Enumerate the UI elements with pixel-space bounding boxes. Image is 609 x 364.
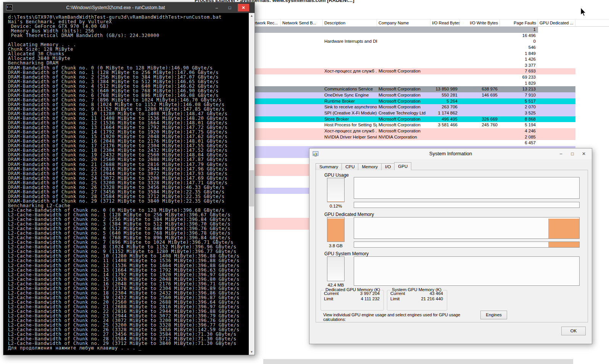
process-cell [377,140,430,146]
tab-gpu[interactable]: GPU [394,162,411,170]
process-row[interactable]: 1 426 [249,56,575,63]
tab-i-o[interactable]: I/O [381,163,395,170]
gpu-dedicated-memory-history-strip [354,242,580,248]
stat-value: 21 216 440 [421,296,443,301]
column-header-page-faults[interactable]: Page Faults [500,19,538,26]
process-cell: 5 194 [500,122,538,128]
process-cell [460,39,500,45]
scrollbar-thumb[interactable] [249,170,254,206]
process-row[interactable]: NVIDIA Driver Helper Servic...NVIDIA Cor… [249,134,575,140]
process-cell [281,51,323,57]
column-header-i-o-write-bytes[interactable]: I/O Write Bytes [460,19,500,26]
tab-memory[interactable]: Memory [358,163,382,170]
process-cell [460,51,500,57]
process-cell: Microsoft Corporation [377,92,430,98]
gpu-tab-page: GPU Usage 0.12% GPU Dedicated Memory 3.8… [316,170,588,322]
process-cell: Microsoft Corporation [377,98,430,105]
cmd-console[interactable]: d:\Tests\GTX970\vRamBandWidthTest-guru3d… [3,13,255,355]
column-header-i-o-read-bytes[interactable]: I/O Read Bytes [430,19,460,26]
console-output[interactable]: d:\Tests\GTX970\vRamBandWidthTest-guru3d… [3,13,249,355]
process-cell [377,74,430,81]
process-cell [281,110,323,116]
scroll-down-icon[interactable]: ▼ [249,349,255,355]
console-scrollbar[interactable]: ▲ ▼ [249,13,255,355]
process-cell: 8 868 [500,116,538,122]
cmd-window: C:\ C:\Windows\System32\cmd.exe - runCus… [3,2,255,355]
process-cell [538,122,575,128]
process-cell: 550 281 [430,92,460,98]
process-cell: 1 829 [500,81,538,87]
process-cell: SPI (Creative X-Fi Module) [323,110,377,116]
process-row[interactable]: Хост-процесс для служб ...Microsoft Corp… [249,128,575,134]
process-row[interactable]: 546 [249,45,575,51]
process-cell: 2 085 [500,134,538,140]
process-row[interactable]: Sink to receive asynchronou...Microsoft … [249,104,575,110]
minimize-button[interactable]: – [212,4,222,11]
process-row[interactable]: 69 233 [249,74,575,81]
process-cell [377,81,430,87]
process-cell [377,51,430,57]
group-title: System GPU Memory (K) [390,287,443,292]
process-cell [430,128,460,134]
process-cell: 4 246 [500,128,538,134]
process-cell [323,81,377,87]
maximize-button[interactable]: □ [567,150,578,158]
sysinfo-tabs: SummaryCPUMemoryI/OGPU [316,163,411,170]
tab-summary[interactable]: Summary [316,163,342,170]
process-row[interactable]: 1 849 [249,51,575,57]
gpu-usage-meter [327,178,345,202]
process-row[interactable]: 1 829 [249,81,575,87]
process-row[interactable]: Communications ServiceMicrosoft Corporat… [249,86,575,92]
process-cell [460,33,500,39]
column-header-gpu-dedicated-[interactable]: GPU Dedicated ... [538,19,575,26]
process-row[interactable]: 16 496 [249,33,575,39]
process-cell [430,56,460,63]
scroll-up-icon[interactable]: ▲ [249,13,255,19]
process-cell [538,63,575,69]
process-cell [460,27,500,33]
column-header-network-send-b-[interactable]: Network Send B... [281,19,323,26]
engines-note: View individual GPU engine usage and sel… [323,312,480,322]
process-cell [430,27,460,33]
process-cell [430,81,460,87]
process-row[interactable]: 1 [249,27,575,33]
minimize-button[interactable]: – [555,150,567,158]
process-cell [538,140,575,146]
process-row[interactable]: 3 377 [249,63,575,69]
process-cell [323,27,377,33]
process-cell: Hardware Interrupts and DPCs [323,39,377,45]
column-header-description[interactable]: Description [323,19,377,26]
process-row[interactable]: SPI (Creative X-Fi Module)Creative Techn… [249,110,575,116]
close-button[interactable]: ✕ [238,4,249,11]
process-cell [281,56,323,63]
process-cell: 3 581 466 [430,122,460,128]
process-cell [430,74,460,81]
dialog-titlebar[interactable]: System Information – □ ✕ [309,148,592,159]
tab-cpu[interactable]: CPU [342,163,358,170]
maximize-button[interactable]: □ [225,4,235,11]
process-cell: 0 [500,39,538,45]
gpu-usage-value: 0.12% [322,204,349,208]
close-button[interactable]: ✕ [578,150,590,158]
ok-button[interactable]: OK [561,327,586,335]
process-cell [430,45,460,51]
process-row[interactable]: Runtime BrokerMicrosoft Corporation5 264… [249,98,575,105]
process-cell: 1 426 [500,56,538,63]
process-row[interactable]: 6 457 [249,140,575,146]
process-row[interactable]: Hardware Interrupts and DPCs0 [249,39,575,45]
process-row[interactable]: Host Process for Setting Syn...Microsoft… [249,122,575,128]
cmd-titlebar[interactable]: C:\ C:\Windows\System32\cmd.exe - runCus… [3,2,255,13]
process-cell [281,63,323,69]
process-cell [323,74,377,81]
process-row[interactable]: Store BrokerMicrosoft Corporation496 495… [249,116,575,122]
process-row[interactable]: OneDrive Sync EngineMicrosoft Corporatio… [249,92,575,98]
engines-button[interactable]: Engines [480,311,507,319]
process-cell: 7 693 [500,68,538,74]
process-cell [538,51,575,57]
process-row[interactable]: Хост-процесс для служб ...Microsoft Corp… [249,68,575,74]
column-header-company-name[interactable]: Company Name [377,19,430,26]
process-cell [323,51,377,57]
gpu-system-memory-label: GPU System Memory [324,251,369,256]
process-cell [281,33,323,39]
process-cell [538,81,575,87]
